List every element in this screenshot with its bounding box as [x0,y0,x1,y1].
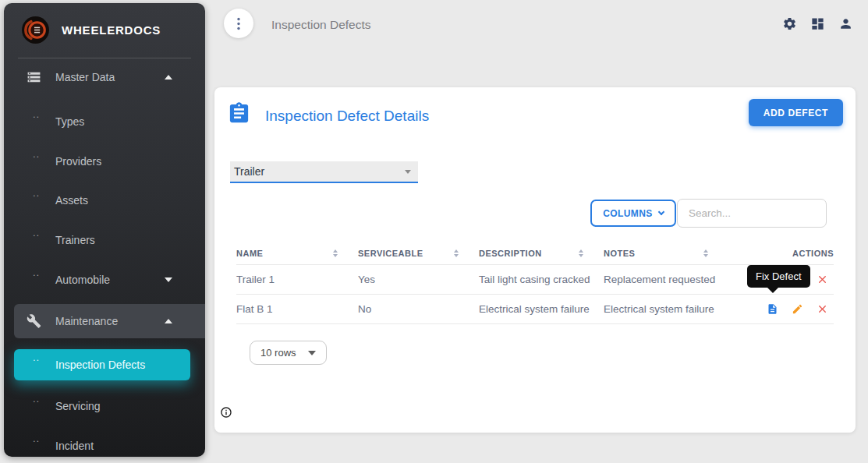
sidebar: WHEELERDOCS Master Data .. Types .. Prov… [4,3,205,457]
chevron-up-icon [165,75,172,80]
settings-icon[interactable] [782,16,797,31]
sidebar-item-inspection-defects[interactable]: .. Inspection Defects [4,349,205,380]
dots-icon: .. [33,187,40,199]
sidebar-item-label: Incident [55,440,94,452]
page-title: Inspection Defects [271,18,371,32]
inspection-defects-card: Inspection Defect Details ADD DEFECT Tra… [214,87,856,433]
dots-icon: .. [33,108,40,120]
cell-serviceable: No [358,303,479,315]
cell-notes: Replacement requested [604,274,728,285]
sort-icon[interactable] [333,249,338,257]
column-header-serviceable[interactable]: SERVICEABLE [358,249,479,258]
asset-type-value: Trailer [234,165,264,178]
cell-serviceable: Yes [358,274,479,285]
cell-notes: Electrical system failure [604,303,728,315]
asset-type-select[interactable]: Trailer [230,161,418,183]
sidebar-item-label: Automobile [55,274,110,286]
sidebar-item-trainers[interactable]: .. Trainers [4,224,205,256]
cell-actions [728,303,834,315]
chevron-down-icon [657,209,664,215]
dots-icon: .. [33,267,40,278]
sidebar-item-automobile[interactable]: .. Automobile [4,264,205,295]
info-icon[interactable] [220,406,232,419]
fix-defect-icon[interactable] [767,303,778,315]
chevron-down-icon [165,277,172,282]
dots-icon: .. [33,352,40,363]
sidebar-item-label: Assets [55,194,88,207]
delete-x-icon[interactable] [817,303,828,315]
storage-icon [27,70,41,85]
brand-text: WHEELERDOCS [62,23,161,37]
sidebar-item-label: Inspection Defects [55,359,145,371]
edit-pencil-icon[interactable] [792,303,803,315]
dots-icon: .. [33,227,40,239]
sidebar-divider [18,58,191,58]
column-header-label: NAME [236,249,263,258]
dashboard-icon[interactable] [810,16,825,31]
sidebar-item-servicing[interactable]: .. Servicing [4,391,205,422]
select-caret-icon [308,351,316,355]
sidebar-toggle-button[interactable] [224,9,253,38]
card-title: Inspection Defect Details [265,108,429,125]
column-header-label: SERVICEABLE [358,249,423,258]
sort-icon[interactable] [454,249,459,257]
columns-button-label: COLUMNS [603,208,652,219]
sidebar-item-master-data[interactable]: Master Data [4,62,205,93]
sidebar-item-providers[interactable]: .. Providers [4,146,205,177]
column-header-name[interactable]: NAME [236,249,358,258]
topbar-icons [782,16,853,31]
sidebar-item-maintenance[interactable]: Maintenance [4,304,205,338]
column-header-label: NOTES [604,249,635,258]
column-header-notes[interactable]: NOTES [604,249,728,258]
column-header-label: DESCRIPTION [479,249,542,258]
user-icon[interactable] [838,16,853,31]
defects-table: NAME SERVICEABLE DESCRIPTION NOTES ACTIO… [236,242,834,324]
columns-button[interactable]: COLUMNS [590,200,676,227]
sidebar-item-label: Trainers [55,234,95,246]
column-header-actions: ACTIONS [728,249,834,258]
column-header-description[interactable]: DESCRIPTION [479,249,604,258]
dots-icon: .. [33,433,40,444]
chevron-up-icon [165,319,172,323]
cell-description: Tail light casing cracked [479,274,604,285]
brand[interactable]: WHEELERDOCS [21,16,161,44]
search-input[interactable] [677,199,827,228]
cell-description: Electrical system failure [479,303,604,315]
sidebar-item-types[interactable]: .. Types [4,106,205,137]
kebab-menu-icon [237,17,240,30]
sidebar-item-label: Types [55,115,84,128]
add-defect-button[interactable]: ADD DEFECT [749,99,843,126]
sidebar-item-label: Servicing [55,400,101,412]
fix-defect-tooltip: Fix Defect [747,265,810,288]
sort-icon[interactable] [703,249,708,257]
table-row: Flat B 1 No Electrical system failure El… [236,295,834,324]
cell-name: Trailer 1 [236,274,358,285]
cell-name: Flat B 1 [236,303,358,315]
sidebar-item-assets[interactable]: .. Assets [4,185,205,216]
delete-x-icon[interactable] [817,274,828,285]
table-row: Trailer 1 Yes Tail light casing cracked … [236,265,834,295]
select-caret-icon [405,170,411,174]
rows-per-page-value: 10 rows [260,347,296,359]
dots-icon: .. [33,148,40,160]
rows-per-page-select[interactable]: 10 rows [250,341,327,365]
sidebar-item-label: Master Data [55,71,115,83]
sidebar-item-incident[interactable]: .. Incident [4,430,205,461]
column-header-label: ACTIONS [792,249,834,258]
dots-icon: .. [33,393,40,405]
brand-logo-icon [21,16,50,44]
sort-icon[interactable] [579,249,583,257]
wrench-icon [27,314,41,329]
sidebar-item-label: Providers [55,155,101,168]
table-header-row: NAME SERVICEABLE DESCRIPTION NOTES ACTIO… [236,242,834,265]
clipboard-icon [227,101,251,125]
sidebar-item-label: Maintenance [55,315,118,327]
